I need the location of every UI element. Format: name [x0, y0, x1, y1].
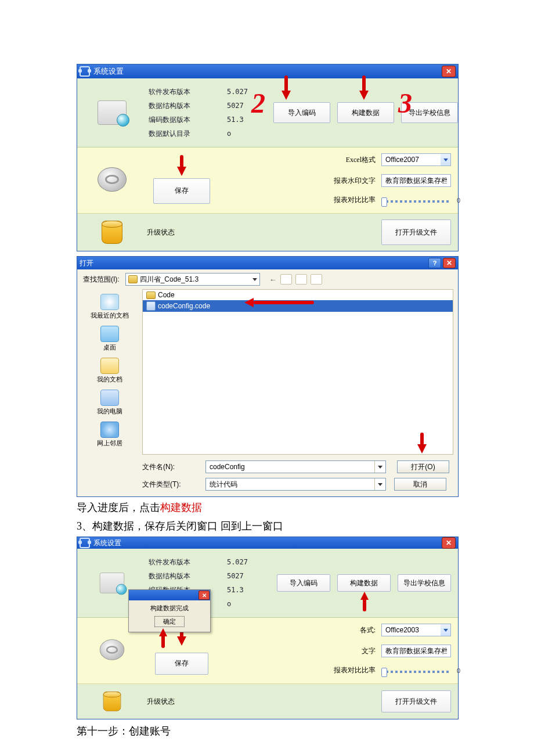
place-network[interactable]: 网上邻居	[97, 420, 122, 449]
label-ratio: 报表对比比率	[222, 195, 376, 205]
close-icon[interactable]: ✕	[199, 591, 210, 600]
arrow-down-icon	[282, 75, 291, 101]
arrow-up-icon	[360, 592, 369, 611]
new-folder-icon[interactable]	[295, 274, 307, 285]
back-icon[interactable]: ←	[269, 275, 277, 284]
open-button[interactable]: 打开(O)	[397, 460, 449, 473]
close-icon[interactable]: ✕	[443, 258, 456, 268]
label-watermark: 文字	[222, 646, 376, 656]
system-settings-window-1: 系统设置 ✕ 软件发布版本5.027 数据结构版本5027 编码数据版本51.3…	[77, 64, 459, 251]
window-title: 系统设置	[93, 66, 124, 77]
install-icon	[100, 573, 125, 593]
label-upgrade: 升级状态	[147, 228, 217, 237]
close-icon[interactable]: ✕	[442, 537, 456, 549]
instruction-text: 导入进度后，点击构建数据	[77, 499, 459, 516]
chevron-down-icon[interactable]	[374, 461, 385, 473]
import-code-button[interactable]: 导入编码	[277, 574, 330, 592]
cancel-button[interactable]: 取消	[394, 478, 446, 491]
open-upgrade-button[interactable]: 打开升级文件	[381, 219, 451, 245]
arrow-up-icon	[159, 628, 167, 648]
section-report: Excel格式 保存 报表水印文字 报表对比比率 0	[77, 147, 458, 214]
dialog-title: 打开	[80, 258, 93, 268]
import-code-button[interactable]: 导入编码	[273, 102, 330, 123]
titlebar[interactable]: 系统设置 ✕	[77, 537, 458, 549]
filename-input[interactable]	[205, 460, 386, 473]
section-version: 软件发布版本5.027 数据结构版本5027 编码数据版本51.3 数据默认目录…	[77, 78, 458, 147]
file-open-dialog: 打开 ? ✕ 查找范围(I): 四川省_Code_51.3 ← 我最近的文档 桌…	[77, 256, 459, 497]
section-upgrade: 升级状态 打开升级文件	[77, 684, 458, 719]
gear-icon	[100, 639, 125, 660]
export-school-button[interactable]: 导出学校信息	[398, 574, 451, 592]
ratio-slider[interactable]: 0	[381, 200, 451, 203]
step-heading: 第十一步：创建账号	[77, 723, 459, 739]
dialog-message: 构建数据完成	[134, 604, 205, 613]
watermark-input[interactable]	[381, 174, 451, 187]
ratio-slider[interactable]: 0	[381, 671, 451, 673]
version-info: 软件发布版本5.027 数据结构版本5027 编码数据版本51.3 数据默认目录…	[147, 84, 263, 141]
app-icon	[80, 66, 90, 77]
label-excel: 各式:	[222, 625, 376, 635]
dialog-titlebar[interactable]: 打开 ? ✕	[77, 257, 458, 269]
place-desktop[interactable]: 桌面	[100, 325, 119, 353]
annotation-3: 3	[398, 89, 412, 117]
open-upgrade-button[interactable]: 打开升级文件	[381, 690, 451, 712]
arrow-down-icon	[177, 155, 186, 176]
titlebar[interactable]: 系统设置 ✕	[77, 64, 458, 78]
arrow-down-icon	[417, 433, 427, 458]
gear-icon	[98, 167, 127, 192]
place-computer[interactable]: 我的电脑	[97, 388, 122, 417]
file-list[interactable]: Code codeConfig.code	[142, 289, 453, 455]
folder-icon	[146, 291, 156, 299]
label-watermark: 报表水印文字	[222, 176, 376, 186]
computer-icon	[100, 390, 119, 406]
label-ratio: 报表对比比率	[222, 665, 376, 675]
network-icon	[100, 422, 119, 438]
filetype-select[interactable]	[205, 478, 386, 491]
documents-icon	[100, 358, 119, 374]
place-recent[interactable]: 我最近的文档	[91, 293, 129, 321]
label-upgrade: 升级状态	[147, 697, 217, 707]
save-button[interactable]: 保存	[153, 178, 210, 204]
window-title: 系统设置	[93, 538, 121, 548]
database-icon	[103, 692, 121, 711]
file-icon	[146, 301, 156, 311]
place-documents[interactable]: 我的文档	[97, 357, 122, 385]
label-lookin: 查找范围(I):	[83, 275, 120, 285]
label-excel: Excel格式	[222, 155, 376, 165]
system-settings-window-2: 系统设置 ✕ 软件发布版本5.027 数据结构版本5027 编码数据版本51.3…	[77, 537, 459, 719]
lookin-select[interactable]: 四川省_Code_51.3	[125, 273, 260, 286]
chevron-down-icon[interactable]	[250, 274, 259, 285]
app-icon	[80, 538, 90, 548]
chevron-down-icon[interactable]	[441, 153, 451, 166]
help-icon[interactable]: ?	[428, 258, 441, 268]
section-upgrade: 升级状态 打开升级文件	[77, 214, 458, 251]
instruction-text: 3、构建数据，保存后关闭窗口 回到上一窗口	[77, 518, 459, 534]
watermark-input[interactable]	[381, 645, 451, 657]
build-complete-dialog: ✕ 构建数据完成 确定	[128, 589, 211, 632]
arrow-left-icon	[244, 298, 314, 307]
excel-select[interactable]	[381, 624, 451, 636]
lookin-value: 四川省_Code_51.3	[140, 275, 199, 285]
annotation-2: 2	[251, 89, 265, 117]
label-filetype: 文件类型(T):	[142, 480, 197, 489]
excel-select[interactable]	[381, 153, 451, 166]
arrow-down-icon	[359, 75, 369, 101]
folder-icon	[128, 275, 138, 283]
chevron-down-icon[interactable]	[441, 624, 451, 636]
nav-toolbar: ←	[269, 274, 322, 285]
recent-icon	[100, 294, 119, 310]
label-filename: 文件名(N):	[142, 462, 197, 472]
up-icon[interactable]	[280, 274, 292, 285]
database-icon	[102, 221, 122, 244]
install-icon	[98, 100, 127, 125]
close-icon[interactable]: ✕	[442, 66, 456, 77]
desktop-icon	[100, 326, 119, 342]
places-bar: 我最近的文档 桌面 我的文档 我的电脑 网上邻居	[77, 289, 142, 455]
chevron-down-icon[interactable]	[374, 478, 385, 490]
build-data-button[interactable]: 构建数据	[337, 102, 394, 123]
excel-value[interactable]	[381, 153, 441, 166]
save-button[interactable]: 保存	[155, 653, 208, 675]
view-menu-icon[interactable]	[311, 274, 322, 285]
ok-button[interactable]: 确定	[154, 616, 185, 627]
build-data-button[interactable]: 构建数据	[337, 574, 391, 592]
